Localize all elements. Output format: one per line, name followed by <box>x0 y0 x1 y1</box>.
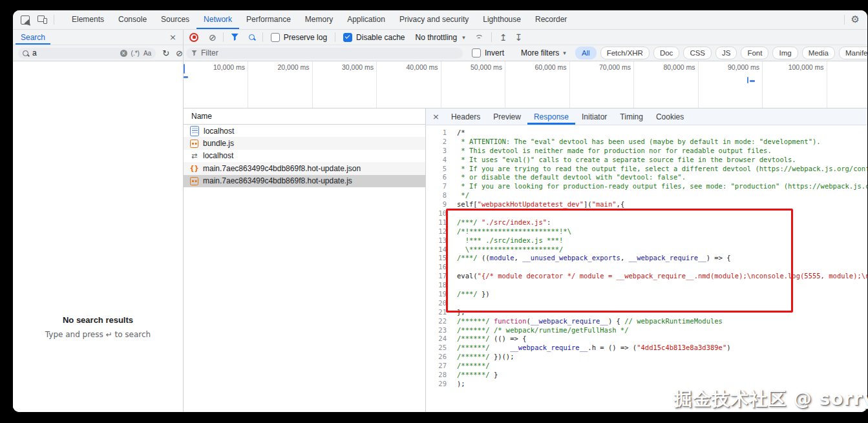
line-number: 23 <box>426 326 447 335</box>
code-line: 12/*!**********************!*\ <box>426 227 867 236</box>
clear-network-log-icon[interactable]: ⊘ <box>209 33 217 42</box>
line-number: 10 <box>426 209 447 218</box>
network-overview-timeline[interactable]: 10,000 ms20,000 ms30,000 ms40,000 ms50,0… <box>184 61 867 108</box>
throttling-select[interactable]: No throttling <box>415 33 457 42</box>
response-code-viewer[interactable]: 1/*2 * ATTENTION: The "eval" devtool has… <box>426 125 867 412</box>
code-line: 3 * This devtool is neither made for pro… <box>426 147 867 156</box>
more-filters-button[interactable]: More filters <box>521 48 559 57</box>
request-row[interactable]: bundle.js <box>184 137 425 149</box>
response-tab-response[interactable]: Response <box>527 108 575 125</box>
code-line: 10 <box>426 209 867 218</box>
response-tab-initiator[interactable]: Initiator <box>575 108 613 125</box>
timeline-tick-label: 50,000 ms <box>440 63 502 71</box>
export-har-icon[interactable]: ↧ <box>514 33 522 42</box>
response-tab-cookies[interactable]: Cookies <box>650 108 690 125</box>
code-line: 11/***/ "./src/index.js": <box>426 218 867 227</box>
response-tab-timing[interactable]: Timing <box>613 108 650 125</box>
line-number: 1 <box>426 129 447 138</box>
timeline-tick-label: 40,000 ms <box>376 63 438 71</box>
filter-pill-fetch-xhr[interactable]: Fetch/XHR <box>600 46 650 59</box>
clear-search-results-icon[interactable]: ⊘ <box>176 49 183 57</box>
disable-cache-checkbox[interactable] <box>343 33 352 42</box>
response-tab-headers[interactable]: Headers <box>445 108 487 125</box>
import-har-icon[interactable]: ↥ <box>500 33 507 42</box>
filter-pill-doc[interactable]: Doc <box>653 46 679 59</box>
filter-icon[interactable] <box>231 34 238 41</box>
inspect-element-icon[interactable] <box>21 15 30 25</box>
line-number: 21 <box>426 308 447 317</box>
tab-privacy-and-security[interactable]: Privacy and security <box>392 10 476 29</box>
invert-label[interactable]: Invert <box>485 48 504 57</box>
filter-pill-media[interactable]: Media <box>802 46 835 59</box>
request-row[interactable]: localhost <box>184 125 425 137</box>
devtools-tabbar: ElementsConsoleSourcesNetworkPerformance… <box>13 10 867 30</box>
network-search-icon[interactable] <box>249 34 255 40</box>
filter-pill-js[interactable]: JS <box>715 46 737 59</box>
timeline-tick-label: 20,000 ms <box>248 63 310 71</box>
code-line: 6 * or disable the default devtool with … <box>426 173 867 182</box>
divider <box>335 32 335 42</box>
response-tab-preview[interactable]: Preview <box>487 108 527 125</box>
timeline-tick-label: 30,000 ms <box>312 63 374 71</box>
disable-cache-label[interactable]: Disable cache <box>356 33 405 42</box>
filter-pill-img[interactable]: Img <box>772 46 798 59</box>
code-line: 14 \**********************/ <box>426 245 867 254</box>
name-column-header[interactable]: Name <box>184 108 425 125</box>
filter-pill-css[interactable]: CSS <box>683 46 712 59</box>
search-input[interactable]: a × (.*) Aa <box>18 48 156 59</box>
tab-console[interactable]: Console <box>111 10 154 29</box>
line-number: 11 <box>426 218 447 227</box>
tab-network[interactable]: Network <box>196 10 239 29</box>
tab-performance[interactable]: Performance <box>239 10 298 29</box>
code-text: !*** ./src/index.js ***! <box>457 236 867 245</box>
code-line: 16 <box>426 263 867 272</box>
network-conditions-icon[interactable] <box>474 34 483 40</box>
code-line: 22/******/ function(__webpack_require__)… <box>426 317 867 326</box>
code-text: /***/ "./src/index.js": <box>457 218 867 227</box>
filter-pill-all[interactable]: All <box>575 46 597 59</box>
code-text: * It uses "eval()" calls to create a sep… <box>457 156 867 165</box>
search-panel-title[interactable]: Search <box>16 30 50 45</box>
resource-type-filters: AllFetch/XHRDocCSSJSFontImgMediaManifest… <box>575 46 867 59</box>
code-text: * This devtool is neither made for produ… <box>457 147 867 156</box>
tab-recorder[interactable]: Recorder <box>528 10 574 29</box>
record-network-log-icon[interactable] <box>189 33 198 42</box>
preserve-log-checkbox[interactable] <box>271 33 280 42</box>
line-number: 4 <box>426 156 447 165</box>
match-case-toggle[interactable]: Aa <box>143 50 151 57</box>
waterfall-bar <box>750 80 755 82</box>
filter-input[interactable]: Filter <box>186 48 463 59</box>
line-number: 22 <box>426 317 447 326</box>
request-row[interactable]: {}main.7aec863499c4bdb869f8.hot-update.j… <box>184 162 425 174</box>
filter-pill-font[interactable]: Font <box>741 46 768 59</box>
doc-file-icon <box>190 126 199 136</box>
refresh-search-icon[interactable]: ↻ <box>162 49 169 57</box>
preserve-log-label[interactable]: Preserve log <box>284 33 327 42</box>
watermark: 掘金技术社区 @ sorryhc <box>674 387 868 411</box>
request-row[interactable]: ⇄localhost <box>184 150 425 162</box>
tab-elements[interactable]: Elements <box>65 10 111 29</box>
regex-toggle[interactable]: (.*) <box>131 50 140 57</box>
code-text: /***/ }) <box>457 290 867 299</box>
close-search-icon[interactable]: × <box>169 32 176 42</box>
response-panel: × HeadersPreviewResponseInitiatorTimingC… <box>425 108 867 412</box>
request-row[interactable]: main.7aec863499c4bdb869f8.hot-update.js <box>184 175 425 187</box>
filter-pill-manifest[interactable]: Manifest <box>839 46 867 59</box>
code-line: 28/******/ } <box>426 371 867 380</box>
code-line: 5 * If you are trying to read the output… <box>426 165 867 174</box>
clear-input-icon[interactable]: × <box>120 50 127 57</box>
search-query[interactable]: a <box>32 48 116 57</box>
settings-gear-icon[interactable]: ⚙ <box>851 15 860 25</box>
code-text: /******/ })(); <box>457 353 867 362</box>
code-text: * If you are looking for production-read… <box>457 182 867 191</box>
no-results-text: No search results <box>13 315 183 325</box>
tab-lighthouse[interactable]: Lighthouse <box>476 10 528 29</box>
device-toolbar-icon[interactable] <box>37 15 47 24</box>
chevron-down-icon[interactable]: ▾ <box>462 34 465 41</box>
tab-sources[interactable]: Sources <box>154 10 196 29</box>
tab-memory[interactable]: Memory <box>298 10 340 29</box>
tab-application[interactable]: Application <box>340 10 392 29</box>
divider <box>262 32 263 42</box>
invert-checkbox[interactable] <box>472 48 481 57</box>
close-response-panel-icon[interactable]: × <box>432 112 439 121</box>
